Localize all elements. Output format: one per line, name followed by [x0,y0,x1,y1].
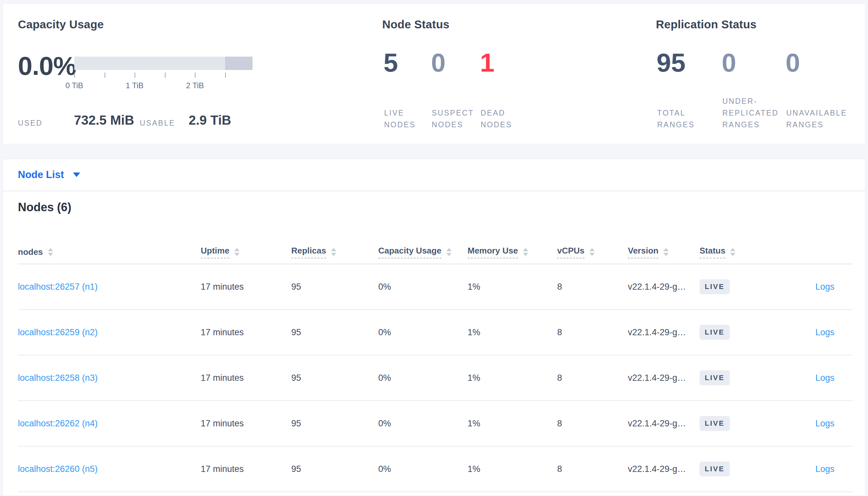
capacity-axis: 0 TiB1 TiB2 TiB [74,73,253,95]
vcpus-cell: 8 [557,327,628,338]
column-header-status[interactable]: Status [700,246,785,259]
sort-icon[interactable] [48,248,53,256]
table-row: localhost:26262 (n4) 17 minutes 95 0% 1%… [18,401,853,447]
logs-link[interactable]: Logs [815,327,835,337]
column-header-replicas[interactable]: Replicas [291,246,378,259]
sort-down-arrow-icon [663,253,669,256]
vcpus-cell: 8 [557,373,628,383]
node-link[interactable]: localhost:26258 (n3) [18,373,98,383]
metric-label: UNAVAILABLERANGES [786,107,847,130]
replication-status-title: Replication Status [656,18,757,31]
metric-label: TOTALRANGES [657,107,695,130]
uptime-cell: 17 minutes [201,419,291,429]
sort-up-arrow-icon [730,248,735,251]
node-link[interactable]: localhost:26257 (n1) [18,282,98,292]
capacity-axis-tick [195,73,195,78]
memory-use-cell: 1% [467,464,557,474]
sort-up-arrow-icon [523,248,528,251]
uptime-cell: 17 minutes [201,373,291,383]
capacity-usage-cell: 0% [378,282,467,292]
status-badge: LIVE [700,325,730,340]
capacity-axis-tick-label: 1 TiB [126,81,144,90]
capacity-usage-cell: 0% [378,464,467,474]
capacity-usage-cell: 0% [378,327,467,338]
column-header-vcpus[interactable]: vCPUs [557,246,628,259]
sort-down-arrow-icon [234,253,239,256]
capacity-axis-tick [105,73,105,78]
column-header-nodes[interactable]: nodes [18,247,201,257]
sort-icon[interactable] [589,248,595,256]
replicas-cell: 95 [291,464,378,474]
version-cell: v22.1.4-29-g… [628,327,700,338]
column-header-uptime[interactable]: Uptime [201,246,291,259]
column-header-memory-use[interactable]: Memory Use [467,246,557,259]
sort-up-arrow-icon [446,248,452,251]
nodes-table-panel: Nodes (6) nodes Uptime Replicas Capacity… [3,191,865,496]
usable-label: USABLE [140,119,175,128]
uptime-cell: 17 minutes [201,327,291,338]
capacity-used-percent: 0.0% [18,51,76,81]
sort-up-arrow-icon [234,248,239,251]
table-row: localhost:26257 (n1) 17 minutes 95 0% 1%… [18,264,853,310]
sort-icon[interactable] [663,248,669,256]
metric-value: 0 [722,49,790,77]
version-cell: v22.1.4-29-g… [628,282,700,292]
uptime-cell: 17 minutes [201,464,291,474]
node-status-section: Node Status 5 LIVENODES 0 SUSPECTNODES 1… [382,4,617,144]
status-badge: LIVE [700,462,730,477]
column-header-version[interactable]: Version [628,246,700,259]
replicas-cell: 95 [291,419,378,429]
sort-down-arrow-icon [331,253,336,256]
node-link[interactable]: localhost:26260 (n5) [18,464,98,474]
used-value: 732.5 MiB [74,113,134,128]
sort-up-arrow-icon [48,248,53,251]
memory-use-cell: 1% [467,373,557,383]
metric-value: 95 [657,49,725,77]
cluster-summary-panel: Capacity Usage 0.0% 0 TiB1 TiB2 TiB USED… [3,3,865,144]
sort-up-arrow-icon [331,248,336,251]
capacity-axis-tick [135,73,135,78]
sort-icon[interactable] [446,248,452,256]
table-row: localhost:26260 (n5) 17 minutes 95 0% 1%… [18,447,853,492]
replicas-cell: 95 [291,282,378,292]
capacity-axis-tick [225,73,226,78]
nodes-table-body: localhost:26257 (n1) 17 minutes 95 0% 1%… [18,264,853,496]
sort-icon[interactable] [730,248,735,256]
metric-label: UNDER-REPLICATEDRANGES [722,95,779,130]
metric-unavailable-ranges: 0 UNAVAILABLERANGES [785,49,854,134]
status-badge: LIVE [700,370,730,385]
logs-link[interactable]: Logs [815,419,835,428]
sort-icon[interactable] [523,248,528,256]
sort-down-arrow-icon [589,253,595,256]
node-link[interactable]: localhost:26262 (n4) [18,419,98,428]
replicas-cell: 95 [291,373,378,383]
capacity-axis-tick [74,73,75,78]
node-status-title: Node Status [382,18,449,31]
logs-link[interactable]: Logs [815,373,835,383]
replication-status-section: Replication Status 95 TOTALRANGES 0 UNDE… [656,4,864,144]
memory-use-cell: 1% [467,327,557,338]
chevron-down-icon [73,172,80,177]
vcpus-cell: 8 [557,419,628,429]
capacity-usage-section: Capacity Usage 0.0% 0 TiB1 TiB2 TiB USED… [18,4,275,144]
column-header-capacity-usage[interactable]: Capacity Usage [378,246,467,259]
node-list-dropdown[interactable]: Node List [18,159,80,190]
view-selector-bar: Node List [3,159,865,191]
table-row: localhost:26259 (n2) 17 minutes 95 0% 1%… [18,310,853,355]
metric-dead-nodes: 1 DEADNODES [480,49,548,134]
usable-value: 2.9 TiB [189,113,231,128]
memory-use-cell: 1% [467,282,557,292]
sort-down-arrow-icon [446,253,452,256]
metric-under--replicated-ranges: 0 UNDER-REPLICATEDRANGES [722,49,790,134]
used-label: USED [18,119,43,128]
node-list-dropdown-label: Node List [18,169,64,181]
sort-icon[interactable] [331,248,336,256]
table-row: localhost:26258 (n3) 17 minutes 95 0% 1%… [18,355,853,401]
node-link[interactable]: localhost:26259 (n2) [18,327,98,337]
sort-icon[interactable] [234,248,239,256]
version-cell: v22.1.4-29-g… [628,419,700,429]
logs-link[interactable]: Logs [815,282,835,292]
capacity-bar-other-segment [225,57,253,70]
vcpus-cell: 8 [557,282,628,292]
logs-link[interactable]: Logs [815,464,835,474]
